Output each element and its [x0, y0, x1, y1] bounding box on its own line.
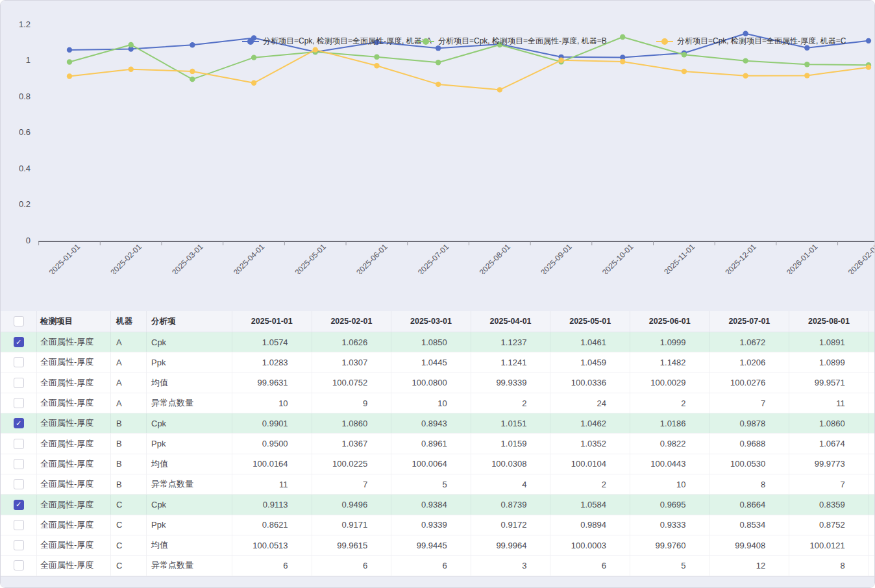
- data-point[interactable]: [682, 69, 687, 74]
- row-checkbox[interactable]: [14, 520, 24, 530]
- data-point[interactable]: [558, 58, 563, 63]
- cell-filler: [869, 535, 874, 555]
- data-point[interactable]: [682, 52, 687, 57]
- row-checkbox[interactable]: [14, 560, 24, 570]
- series-line-2: [69, 50, 869, 90]
- cell-value: 1.0151: [471, 413, 551, 433]
- x-axis-label: 2025-08-01: [478, 242, 513, 277]
- cell-metric: Ppk: [147, 434, 232, 453]
- data-point[interactable]: [313, 47, 318, 52]
- data-point[interactable]: [436, 82, 441, 87]
- table-body: ✓全面属性-厚度ACpk1.05741.06261.08501.12371.04…: [1, 332, 874, 576]
- cell-item: 全面属性-厚度: [37, 352, 111, 372]
- checkbox-cell: [1, 434, 37, 453]
- row-checkbox[interactable]: ✓: [14, 418, 24, 428]
- table-footer: [1, 576, 874, 588]
- data-point[interactable]: [374, 63, 379, 68]
- cell-value: 1.1241: [471, 352, 551, 372]
- cell-item: 全面属性-厚度: [37, 434, 111, 453]
- row-checkbox[interactable]: [14, 378, 24, 388]
- cell-value: 1.0367: [312, 434, 392, 453]
- cell-metric: Ppk: [147, 352, 232, 372]
- cell-value: 0.9822: [630, 434, 710, 453]
- data-point[interactable]: [620, 34, 625, 40]
- data-point[interactable]: [620, 59, 625, 64]
- cell-machine: C: [111, 495, 147, 514]
- y-axis-label: 0.2: [19, 199, 31, 209]
- row-checkbox[interactable]: [14, 398, 24, 408]
- x-axis-label: 2025-05-01: [293, 242, 328, 277]
- cell-value: 0.9894: [550, 515, 630, 535]
- cell-metric: Cpk: [147, 413, 232, 433]
- row-checkbox[interactable]: [14, 357, 24, 367]
- data-point[interactable]: [190, 77, 195, 82]
- row-checkbox[interactable]: [14, 479, 24, 489]
- data-point[interactable]: [374, 54, 379, 59]
- row-checkbox[interactable]: ✓: [14, 500, 24, 510]
- row-checkbox[interactable]: [14, 540, 24, 550]
- cell-value: 0.8739: [471, 495, 551, 514]
- cell-value: 1.0574: [232, 332, 312, 352]
- data-point[interactable]: [128, 67, 133, 72]
- select-all-checkbox[interactable]: [14, 316, 24, 326]
- table-row-10: 全面属性-厚度C均值100.051399.961599.944599.99641…: [1, 535, 874, 556]
- data-point[interactable]: [743, 58, 748, 63]
- data-point[interactable]: [436, 60, 441, 65]
- cell-value: 0.9384: [391, 495, 471, 514]
- legend-label: 分析项目=Cpk, 检测项目=全面属性-厚度, 机器=B: [438, 36, 607, 47]
- table-row-0: ✓全面属性-厚度ACpk1.05741.06261.08501.12371.04…: [1, 332, 874, 352]
- data-point[interactable]: [190, 42, 195, 47]
- data-point[interactable]: [251, 55, 256, 60]
- data-point[interactable]: [67, 47, 72, 53]
- cell-value: 10: [630, 474, 710, 494]
- data-point[interactable]: [497, 87, 502, 92]
- data-point[interactable]: [743, 73, 748, 78]
- data-point[interactable]: [866, 64, 871, 69]
- cell-value: 1.0206: [710, 352, 790, 372]
- cell-value: 0.9496: [312, 495, 392, 514]
- row-checkbox[interactable]: ✓: [14, 337, 24, 347]
- data-point[interactable]: [67, 59, 72, 64]
- cell-filler: [869, 556, 874, 575]
- x-axis-label: 2025-03-01: [170, 242, 205, 277]
- dashboard-page: 00.20.40.60.811.22025-01-012025-02-01202…: [0, 0, 875, 588]
- cell-value: 100.0003: [550, 535, 630, 555]
- cell-value: 12: [710, 556, 790, 575]
- data-point[interactable]: [866, 38, 871, 43]
- data-point[interactable]: [128, 42, 133, 47]
- cell-value: 1.0850: [391, 332, 471, 352]
- cell-machine: A: [111, 393, 147, 413]
- cell-metric: 异常点数量: [147, 393, 232, 413]
- table-row-5: 全面属性-厚度BPpk0.95001.03670.89611.01591.035…: [1, 434, 874, 454]
- data-point[interactable]: [67, 73, 72, 79]
- legend-item-2[interactable]: 分析项目=Cpk, 检测项目=全面属性-厚度, 机器=C: [656, 36, 846, 47]
- cell-value: 100.0336: [550, 373, 630, 393]
- legend-item-1[interactable]: 分析项目=Cpk, 检测项目=全面属性-厚度, 机器=B: [417, 36, 607, 47]
- cell-value: 0.8359: [789, 495, 869, 514]
- cell-value: 4: [471, 474, 551, 494]
- row-checkbox[interactable]: [14, 439, 24, 449]
- cell-value: 0.9688: [710, 434, 790, 453]
- data-point[interactable]: [804, 62, 809, 67]
- cell-filler: [869, 495, 874, 514]
- header-date: 2025-08-01: [789, 311, 869, 332]
- cell-value: 0.9339: [391, 515, 471, 535]
- cell-value: 2: [471, 393, 551, 413]
- cell-value: 24: [550, 393, 630, 413]
- legend-item-0[interactable]: 分析项目=Cpk, 检测项目=全面属性-厚度, 机器=A: [242, 36, 432, 47]
- cell-value: 0.8621: [232, 515, 312, 535]
- checkbox-cell: ✓: [1, 332, 37, 352]
- cell-metric: 均值: [147, 454, 232, 474]
- header-metric: 分析项: [147, 311, 232, 332]
- cell-value: 99.9571: [789, 373, 869, 393]
- data-point[interactable]: [251, 80, 256, 86]
- cell-value: 100.0800: [391, 373, 471, 393]
- row-checkbox[interactable]: [14, 459, 24, 469]
- data-point[interactable]: [804, 73, 809, 78]
- y-axis-label: 0.4: [19, 164, 31, 173]
- data-point[interactable]: [190, 69, 195, 74]
- cell-value: 1.0186: [630, 413, 710, 433]
- cell-item: 全面属性-厚度: [37, 454, 111, 474]
- cell-filler: [869, 352, 874, 372]
- cell-value: 99.9445: [391, 535, 471, 555]
